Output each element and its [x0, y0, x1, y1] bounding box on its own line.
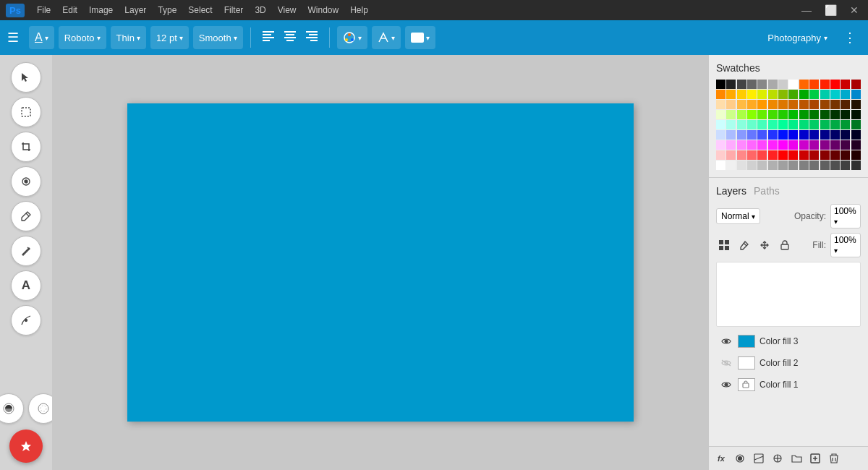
swatch-color[interactable] — [778, 161, 788, 170]
layer-lock-icon[interactable] — [777, 237, 793, 253]
font-family-dropdown[interactable]: Roboto ▾ — [59, 26, 106, 49]
swatch-color[interactable] — [788, 161, 798, 170]
swatch-color[interactable] — [788, 100, 798, 109]
swatch-color[interactable] — [830, 130, 840, 140]
menu-filter[interactable]: Filter — [219, 4, 249, 17]
swatch-color[interactable] — [778, 120, 788, 129]
fill-color-button[interactable]: ▾ — [405, 26, 435, 49]
align-left-button[interactable] — [258, 28, 278, 47]
swatch-color[interactable] — [830, 140, 840, 150]
layer-mask-button[interactable] — [732, 450, 748, 466]
menu-3d[interactable]: 3D — [250, 4, 271, 17]
swatch-color[interactable] — [851, 100, 861, 109]
quick-action-button[interactable] — [9, 430, 43, 463]
swatch-color[interactable] — [757, 130, 767, 140]
swatch-color[interactable] — [841, 80, 850, 89]
swatch-color[interactable] — [820, 130, 830, 140]
swatch-color[interactable] — [778, 150, 788, 160]
swatch-color[interactable] — [737, 161, 746, 170]
swatch-color[interactable] — [841, 100, 850, 109]
swatch-color[interactable] — [737, 90, 746, 99]
swatch-color[interactable] — [809, 140, 819, 150]
brush-tool-button[interactable] — [11, 201, 41, 231]
swatch-color[interactable] — [841, 140, 850, 150]
swatch-color[interactable] — [851, 110, 861, 119]
layer-adjustment-button[interactable] — [751, 450, 767, 466]
swatch-color[interactable] — [851, 120, 861, 129]
swatch-color[interactable] — [757, 80, 767, 89]
swatch-color[interactable] — [757, 100, 767, 109]
pen-tool-button[interactable]: ▾ — [372, 26, 401, 49]
swatch-color[interactable] — [716, 80, 726, 89]
swatch-color[interactable] — [726, 110, 736, 119]
opacity-dropdown[interactable]: 100% ▾ — [830, 204, 861, 228]
layer-visibility-toggle-2[interactable] — [719, 356, 733, 370]
swatch-color[interactable] — [788, 130, 798, 140]
maximize-button[interactable]: ⬜ — [821, 3, 841, 17]
swatch-color[interactable] — [820, 110, 830, 119]
align-right-button[interactable] — [302, 28, 322, 47]
swatch-color[interactable] — [841, 120, 850, 129]
swatch-color[interactable] — [778, 80, 788, 89]
swatch-color[interactable] — [820, 140, 830, 150]
more-options-button[interactable]: ⋮ — [839, 27, 861, 48]
fill-dropdown[interactable]: 100% ▾ — [830, 233, 861, 257]
align-center-button[interactable] — [280, 28, 300, 47]
swatch-color[interactable] — [788, 110, 798, 119]
layer-brush-icon[interactable] — [736, 237, 752, 253]
swatch-color[interactable] — [747, 161, 757, 170]
swatch-color[interactable] — [820, 161, 830, 170]
swatch-color[interactable] — [737, 150, 746, 160]
swatch-color[interactable] — [768, 120, 778, 129]
tab-layers[interactable]: Layers — [716, 184, 746, 198]
swatch-color[interactable] — [830, 120, 840, 129]
swatch-color[interactable] — [716, 161, 726, 170]
layer-grid-icon[interactable] — [716, 237, 732, 253]
swatch-color[interactable] — [809, 80, 819, 89]
swatch-color[interactable] — [788, 90, 798, 99]
swatch-color[interactable] — [726, 150, 736, 160]
swatch-color[interactable] — [799, 150, 809, 160]
layer-slice-button[interactable] — [770, 450, 786, 466]
swatch-color[interactable] — [726, 90, 736, 99]
menu-edit[interactable]: Edit — [57, 4, 82, 17]
swatch-color[interactable] — [726, 140, 736, 150]
swatch-color[interactable] — [778, 100, 788, 109]
swatch-color[interactable] — [768, 130, 778, 140]
menu-file[interactable]: File — [32, 4, 56, 17]
swatch-color[interactable] — [757, 90, 767, 99]
menu-view[interactable]: View — [273, 4, 302, 17]
swatch-color[interactable] — [820, 90, 830, 99]
font-tool-button[interactable]: A ▾ — [29, 26, 54, 49]
swatch-color[interactable] — [851, 90, 861, 99]
swatch-color[interactable] — [716, 100, 726, 109]
swatch-color[interactable] — [841, 90, 850, 99]
swatch-color[interactable] — [726, 120, 736, 129]
swatch-color[interactable] — [809, 100, 819, 109]
swatch-color[interactable] — [820, 120, 830, 129]
swatch-color[interactable] — [737, 80, 746, 89]
swatch-color[interactable] — [841, 161, 850, 170]
swatch-color[interactable] — [799, 90, 809, 99]
canvas-area[interactable] — [52, 55, 709, 470]
layer-add-button[interactable] — [807, 450, 823, 466]
foreground-color-button[interactable] — [0, 393, 24, 424]
minimize-button[interactable]: — — [798, 3, 815, 17]
swatch-color[interactable] — [716, 110, 726, 119]
swatch-color[interactable] — [768, 161, 778, 170]
swatch-color[interactable] — [757, 150, 767, 160]
swatch-color[interactable] — [768, 100, 778, 109]
layer-visibility-toggle-1[interactable] — [719, 377, 733, 392]
swatch-color[interactable] — [809, 120, 819, 129]
close-button[interactable]: ✕ — [846, 3, 862, 17]
swatch-color[interactable] — [747, 140, 757, 150]
layer-move-icon[interactable] — [757, 237, 773, 253]
color-picker-button[interactable]: ▾ — [337, 26, 367, 49]
swatch-color[interactable] — [716, 120, 726, 129]
canvas[interactable] — [127, 103, 634, 422]
swatch-color[interactable] — [768, 150, 778, 160]
swatch-color[interactable] — [851, 80, 861, 89]
swatch-color[interactable] — [799, 80, 809, 89]
swatch-color[interactable] — [788, 150, 798, 160]
layer-item-color-fill-2[interactable]: Color fill 2 — [716, 353, 861, 373]
